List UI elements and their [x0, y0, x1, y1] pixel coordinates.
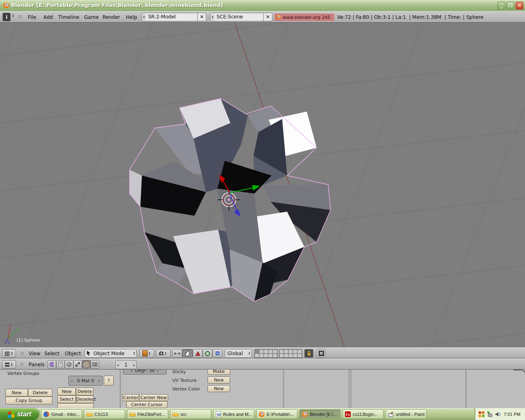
3d-viewport[interactable]: x y z (1) Sphere [0, 23, 525, 347]
scene-clear-icon[interactable]: ✕ [263, 13, 272, 21]
layer-toggle[interactable] [284, 354, 288, 358]
layer-toggle[interactable] [259, 354, 264, 358]
minimize-button[interactable]: _ [498, 2, 505, 9]
select-button[interactable]: Select [57, 395, 76, 403]
degr-value[interactable]: Degr: 30 [135, 370, 155, 373]
vertex-color-new-button[interactable]: New [208, 385, 230, 392]
editor-type-button[interactable]: ▴▾ [2, 360, 16, 369]
mode-select[interactable]: Object Mode ▴▾ [84, 349, 137, 358]
autosmooth-degr-slider[interactable]: ◂ Degr: 30 ▸ [123, 370, 167, 374]
scene-value[interactable]: SCE:Scene [215, 13, 263, 21]
task-filezilla-folder[interactable]: FileZillaPort... [127, 409, 168, 419]
orientation-stepper[interactable]: ▴▾ [247, 352, 251, 356]
layer-grid-1[interactable] [254, 349, 278, 358]
layer-toggle[interactable] [279, 354, 284, 358]
screen-selector[interactable]: ▴▾ SR:2-Model ✕ [142, 13, 206, 21]
pivot-select[interactable]: Ω ▴▾ [156, 349, 171, 358]
scene-selector[interactable]: ▴▾ SCE:Scene ✕ [210, 13, 272, 21]
editing-context-button[interactable] [82, 360, 91, 369]
editor-stepper[interactable]: ▴▾ [10, 363, 14, 367]
task-cs113[interactable]: CS113 [84, 409, 125, 419]
lock-layers-toggle[interactable] [304, 349, 313, 358]
menu-select[interactable]: Select [44, 351, 59, 356]
scale-manipulator-button[interactable] [212, 349, 222, 358]
office-tray-icon[interactable] [478, 411, 485, 418]
info-icon[interactable]: i [2, 13, 11, 21]
rotate-manipulator-button[interactable] [203, 349, 212, 358]
mode-value[interactable]: Object Mode [91, 351, 132, 356]
screen-clear-icon[interactable]: ✕ [197, 13, 206, 21]
material-slider[interactable]: ◂ 0 Mat 0 ▸ [68, 376, 103, 386]
version-badge[interactable]: www.blender.org 245 [274, 14, 334, 21]
layer-toggle[interactable] [288, 354, 293, 358]
orientation-value[interactable]: Global [225, 351, 247, 356]
object-context-button[interactable] [73, 360, 82, 369]
menu-help[interactable]: Help [126, 14, 137, 20]
layer-toggle[interactable] [255, 354, 259, 358]
script-context-button[interactable] [56, 360, 65, 369]
editor-stepper[interactable]: ▴▾ [10, 352, 14, 356]
menu-object[interactable]: Object [65, 351, 81, 356]
task-src[interactable]: src [170, 409, 211, 419]
task-gmail[interactable]: Gmail - Inbo... [41, 409, 82, 419]
task-filezilla[interactable]: Fz cs113login... [342, 409, 383, 419]
clipped-button[interactable] [57, 403, 94, 408]
orientation-select[interactable]: Global ▴▾ [225, 349, 252, 358]
menu-timeline[interactable]: Timeline [58, 14, 79, 20]
shading-context-button[interactable] [65, 360, 73, 369]
layer-toggle[interactable] [259, 349, 264, 354]
menu-render[interactable]: Render [103, 14, 120, 20]
screen-value[interactable]: SR:2-Model [146, 13, 197, 21]
copy-group-button[interactable]: Copy Group [5, 397, 52, 404]
layer-toggle[interactable] [297, 354, 302, 358]
deselect-button[interactable]: Deselect [76, 395, 94, 403]
menu-view[interactable]: View [29, 351, 40, 356]
task-blender-explorer[interactable]: E:\Portable\... [256, 409, 297, 419]
assign-new-button[interactable]: New [57, 388, 76, 395]
header-stepper[interactable]: ▴▾ [11, 14, 15, 18]
menu-file[interactable]: File [28, 14, 36, 20]
material-next-icon[interactable]: ▸ [98, 379, 100, 383]
vertex-group-new-button[interactable]: New [5, 389, 28, 397]
material-prev-icon[interactable]: ◂ [71, 379, 73, 383]
collapse-triangle-icon[interactable]: ▽ [21, 362, 24, 367]
menu-game[interactable]: Game [84, 14, 99, 20]
collapse-triangle-icon[interactable]: ▽ [21, 351, 24, 356]
menu-add[interactable]: Add [43, 14, 53, 20]
frame-next-icon[interactable]: ▸ [133, 363, 136, 367]
uv-texture-new-button[interactable]: New [208, 377, 230, 383]
layer-toggle[interactable] [293, 349, 297, 354]
close-button[interactable]: ✕ [516, 2, 523, 9]
degr-prev-icon[interactable]: ◂ [131, 370, 133, 373]
layer-toggle[interactable] [255, 349, 259, 354]
manipulator-toggle[interactable] [182, 349, 193, 358]
layer-toggle[interactable] [264, 349, 268, 354]
center-button[interactable]: Center [122, 394, 139, 401]
layer-toggle[interactable] [273, 354, 277, 358]
proportional-edit-button[interactable] [172, 349, 182, 358]
volume-icon[interactable] [495, 411, 501, 418]
start-button[interactable]: start [0, 408, 39, 420]
material-help-button[interactable]: ? [104, 376, 114, 386]
layer-toggle[interactable] [284, 349, 288, 354]
task-word-doc[interactable]: W Rules and M... [213, 409, 254, 419]
safely-remove-icon[interactable] [486, 411, 493, 418]
scene-stepper[interactable]: ▴▾ [210, 15, 215, 19]
frame-stepper[interactable]: ◂ 1 ▸ [115, 361, 137, 369]
task-paint[interactable]: untitled - Paint [386, 409, 427, 419]
render-preview-button[interactable] [317, 349, 326, 358]
center-new-button[interactable]: Center New [139, 394, 168, 401]
material-value[interactable]: 0 Mat 0 [77, 378, 94, 383]
restore-button[interactable]: ❐ [507, 2, 514, 9]
screen-stepper[interactable]: ▴▾ [142, 15, 146, 19]
mode-stepper[interactable]: ▴▾ [132, 352, 136, 356]
vertex-group-delete-button[interactable]: Delete [28, 389, 52, 397]
draw-type-stepper[interactable]: ▴▾ [148, 352, 152, 356]
layer-toggle[interactable] [268, 354, 273, 358]
task-blender-active[interactable]: Blender [E:\... [299, 409, 340, 419]
layer-toggle[interactable] [279, 349, 284, 354]
layer-toggle[interactable] [273, 349, 277, 354]
pivot-stepper[interactable]: ▴▾ [164, 352, 168, 356]
translate-manipulator-button[interactable] [193, 349, 203, 358]
layer-toggle[interactable] [288, 349, 293, 354]
